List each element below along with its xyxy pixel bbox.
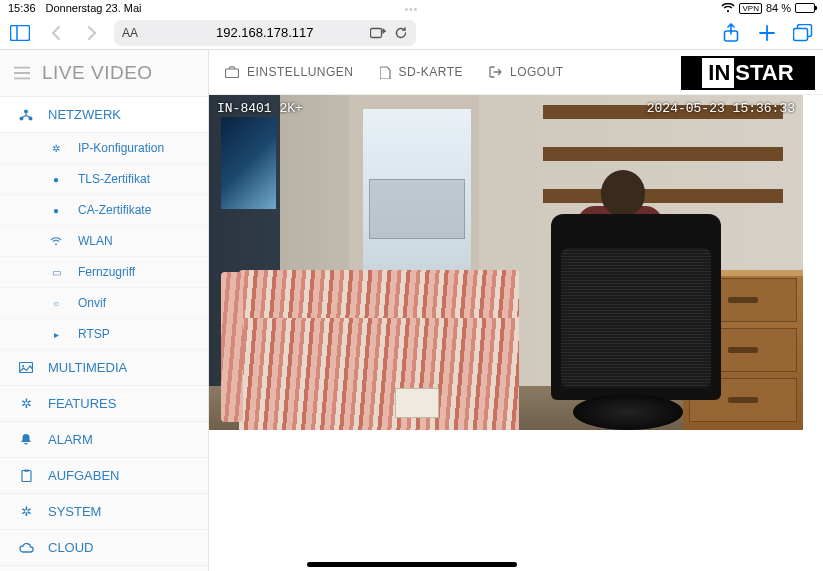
remote-icon: ▭ — [48, 267, 64, 278]
sidebar-title: LIVE VIDEO — [42, 62, 153, 84]
status-time: 15:36 — [8, 2, 36, 14]
section-label: ALARM — [48, 432, 93, 447]
vpn-badge: VPN — [739, 3, 761, 14]
item-label: WLAN — [78, 234, 113, 248]
sidebar-item-fernzugriff[interactable]: ▭ Fernzugriff — [0, 257, 208, 288]
gear-icon: ✲ — [18, 504, 34, 519]
url-text: 192.168.178.117 — [216, 25, 314, 40]
bell-icon — [18, 433, 34, 446]
battery-icon — [795, 3, 815, 13]
sidebar-item-ip-konfiguration[interactable]: ✲ IP-Konfiguration — [0, 133, 208, 164]
logout-icon — [489, 66, 502, 78]
sidebar-section-alarm[interactable]: ALARM — [0, 422, 208, 458]
share-button[interactable] — [717, 19, 745, 47]
dot-icon: ● — [48, 205, 64, 216]
tab-label: EINSTELLUNGEN — [247, 65, 354, 79]
address-bar[interactable]: AA 192.168.178.117 — [114, 20, 416, 46]
section-label: MULTIMEDIA — [48, 360, 127, 375]
tab-label: LOGOUT — [510, 65, 564, 79]
wifi-icon — [721, 3, 735, 13]
play-icon: ▸ — [48, 329, 64, 340]
svg-rect-11 — [22, 471, 31, 482]
item-label: IP-Konfiguration — [78, 141, 164, 155]
network-icon — [18, 109, 34, 121]
sidebar-item-ca-zertifikate[interactable]: ● CA-Zertifikate — [0, 195, 208, 226]
item-label: CA-Zertifikate — [78, 203, 151, 217]
text-size-button[interactable]: AA — [122, 26, 138, 40]
section-label: FEATURES — [48, 396, 116, 411]
video-model-overlay: IN-8401 2K+ — [217, 101, 303, 116]
brand-part1: IN — [702, 58, 734, 88]
status-date: Donnerstag 23. Mai — [46, 2, 142, 14]
item-label: RTSP — [78, 327, 110, 341]
sidebar: LIVE VIDEO NETZWERK ✲ IP-Konfiguration ●… — [0, 50, 209, 571]
svg-rect-14 — [226, 69, 239, 78]
safari-toolbar: AA 192.168.178.117 — [0, 16, 823, 50]
sidebar-section-multimedia[interactable]: MULTIMEDIA — [0, 350, 208, 386]
svg-point-10 — [22, 365, 24, 367]
home-indicator[interactable] — [307, 562, 517, 567]
menu-icon — [14, 66, 30, 80]
image-icon — [18, 362, 34, 373]
item-label: TLS-Zertifikat — [78, 172, 150, 186]
forward-button[interactable] — [78, 19, 106, 47]
sidebar-section-system[interactable]: ✲ SYSTEM — [0, 494, 208, 530]
wifi-icon — [48, 237, 64, 246]
gear-icon: ✲ — [48, 143, 64, 154]
svg-point-6 — [24, 109, 28, 113]
sidebar-item-wlan[interactable]: WLAN — [0, 226, 208, 257]
cloud-icon — [18, 543, 34, 553]
svg-rect-5 — [794, 28, 808, 40]
camera-webui: LIVE VIDEO NETZWERK ✲ IP-Konfiguration ●… — [0, 50, 823, 571]
tab-logout[interactable]: LOGOUT — [489, 65, 564, 79]
svg-rect-2 — [370, 28, 381, 37]
brand-logo: INSTAR — [681, 56, 815, 90]
sidebar-item-tls-zertifikat[interactable]: ● TLS-Zertifikat — [0, 164, 208, 195]
svg-rect-12 — [24, 470, 29, 472]
battery-percent: 84 % — [766, 2, 791, 14]
main-panel: EINSTELLUNGEN SD-KARTE LOGOUT INSTAR — [209, 50, 823, 571]
top-tabbar: EINSTELLUNGEN SD-KARTE LOGOUT INSTAR — [209, 50, 823, 95]
multitask-dots-icon[interactable]: ••• — [405, 4, 419, 15]
sidebar-item-onvif[interactable]: ○ Onvif — [0, 288, 208, 319]
sidebar-section-aufgaben[interactable]: AUFGABEN — [0, 458, 208, 494]
sdcard-icon — [380, 66, 391, 79]
gear-icon: ✲ — [18, 396, 34, 411]
dot-icon: ● — [48, 174, 64, 185]
sidebar-header[interactable]: LIVE VIDEO — [0, 50, 208, 97]
new-tab-button[interactable] — [753, 19, 781, 47]
video-frame — [209, 95, 803, 430]
ios-status-bar: 15:36 Donnerstag 23. Mai ••• VPN 84 % — [0, 0, 823, 16]
item-label: Onvif — [78, 296, 106, 310]
section-label: SYSTEM — [48, 504, 101, 519]
tab-label: SD-KARTE — [399, 65, 463, 79]
video-timestamp-overlay: 2024-05-23 15:36:33 — [647, 101, 795, 116]
live-video-stream[interactable]: IN-8401 2K+ 2024-05-23 15:36:33 — [209, 95, 803, 430]
svg-rect-0 — [11, 25, 30, 40]
clipboard-icon — [18, 469, 34, 482]
reload-button[interactable] — [394, 26, 408, 40]
brand-part2: STAR — [735, 60, 793, 86]
sidebar-section-smarthome[interactable]: SMARTHOME — [0, 566, 208, 571]
back-button[interactable] — [42, 19, 70, 47]
sidebar-section-features[interactable]: ✲ FEATURES — [0, 386, 208, 422]
circle-icon: ○ — [48, 298, 64, 309]
tab-einstellungen[interactable]: EINSTELLUNGEN — [225, 65, 354, 79]
sidebar-section-cloud[interactable]: CLOUD — [0, 530, 208, 566]
section-label: CLOUD — [48, 540, 94, 555]
item-label: Fernzugriff — [78, 265, 135, 279]
section-label: NETZWERK — [48, 107, 121, 122]
section-label: AUFGABEN — [48, 468, 120, 483]
reader-extension-icon[interactable] — [370, 26, 386, 40]
tab-sdkarte[interactable]: SD-KARTE — [380, 65, 463, 79]
briefcase-icon — [225, 66, 239, 78]
sidebar-section-netzwerk[interactable]: NETZWERK — [0, 97, 208, 133]
sidebar-item-rtsp[interactable]: ▸ RTSP — [0, 319, 208, 350]
sidebar-toggle-button[interactable] — [6, 19, 34, 47]
tabs-button[interactable] — [789, 19, 817, 47]
